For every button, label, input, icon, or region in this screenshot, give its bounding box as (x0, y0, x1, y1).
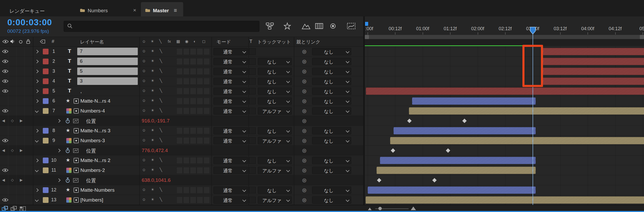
trackmatte-select[interactable]: なし (258, 97, 292, 105)
add-keyframe-icon[interactable]: ◇ (11, 148, 14, 152)
layer-switch-cell[interactable] (190, 157, 196, 164)
next-keyframe-icon[interactable]: ▶ (20, 119, 23, 123)
parent-pickwhip-icon[interactable]: ◎ (302, 177, 307, 183)
layer-switch-cell[interactable] (183, 127, 189, 134)
layer-switch-cell[interactable] (183, 48, 189, 55)
prev-keyframe-icon[interactable]: ◀ (2, 119, 5, 123)
parent-pickwhip-icon[interactable]: ◎ (302, 167, 307, 173)
eye-icon[interactable] (2, 139, 8, 144)
shy-switch-icon[interactable]: ☺ (142, 138, 146, 142)
layer-switch-cell[interactable] (183, 58, 189, 65)
layer-switch-cell[interactable] (197, 167, 203, 174)
stopwatch-icon[interactable] (65, 148, 70, 154)
eye-icon[interactable] (2, 59, 8, 64)
layer-switch-cell[interactable] (176, 157, 183, 164)
layer-switch-cell[interactable] (204, 137, 210, 144)
quality-switch-icon[interactable]: ╲ (160, 88, 162, 93)
layer-duration-bar[interactable] (380, 157, 536, 164)
parent-pickwhip-icon[interactable]: ◎ (302, 88, 307, 94)
layer-switch-cell[interactable] (190, 58, 196, 65)
timeline-row[interactable] (365, 116, 644, 126)
layer-switch-cell[interactable] (176, 197, 183, 203)
parent-pickwhip-icon[interactable]: ◎ (302, 197, 307, 203)
layer-switch-cell[interactable] (183, 157, 189, 164)
layer-name[interactable]: Numbers-4 (80, 108, 105, 114)
trackmatte-select[interactable]: なし (258, 157, 292, 164)
quality-switch-icon[interactable]: ╲ (160, 108, 162, 113)
shy-switch-icon[interactable]: ☺ (142, 187, 146, 192)
next-keyframe-icon[interactable]: ▶ (20, 178, 23, 182)
layer-switch-cell[interactable] (204, 108, 210, 114)
work-area-start-handle[interactable] (365, 35, 369, 39)
layer-switch-cell[interactable] (197, 48, 203, 55)
mode-select[interactable]: 通常 (213, 167, 248, 174)
preserve-transparency-toggle[interactable] (249, 137, 256, 144)
graph-editor-toggle-icon[interactable] (73, 148, 79, 154)
trackmatte-select[interactable]: アルファ (258, 137, 292, 144)
eye-icon[interactable] (2, 198, 8, 203)
label-color-swatch[interactable] (43, 49, 49, 54)
layer-duration-bar[interactable] (377, 167, 536, 174)
comp-marker-button[interactable] (365, 22, 368, 26)
layer-switch-cell[interactable] (176, 167, 183, 174)
zoom-slider-handle[interactable] (378, 207, 382, 210)
layer-switch-cell[interactable] (204, 48, 210, 55)
property-row[interactable] (0, 146, 365, 155)
layer-name[interactable]: Numbers-3 (80, 138, 105, 144)
layer-switch-cell[interactable] (190, 127, 196, 134)
label-color-swatch[interactable] (43, 158, 49, 163)
rasterize-switch-icon[interactable]: ☀ (151, 59, 154, 63)
rasterize-switch-icon[interactable]: ☀ (151, 108, 154, 113)
trackmatte-select[interactable]: なし (258, 88, 292, 95)
layer-duration-bar[interactable] (393, 127, 536, 134)
current-time-indicator-head[interactable] (529, 27, 536, 36)
eye-icon[interactable] (2, 109, 8, 114)
layer-switch-cell[interactable] (197, 108, 203, 114)
preserve-transparency-toggle[interactable] (249, 78, 256, 85)
layer-switch-cell[interactable] (197, 157, 203, 164)
trackmatte-select[interactable]: なし (258, 78, 292, 85)
layer-switch-cell[interactable] (176, 88, 183, 95)
rasterize-switch-icon[interactable]: ☀ (151, 158, 154, 162)
layer-switch-cell[interactable] (183, 68, 189, 75)
layer-name[interactable]: Matte-N...rs 4 (80, 98, 110, 104)
parent-select[interactable]: なし (312, 127, 351, 134)
quality-switch-icon[interactable]: ╲ (160, 167, 162, 172)
graph-editor-toggle-icon[interactable] (73, 178, 79, 184)
parent-pickwhip-icon[interactable]: ◎ (302, 147, 307, 153)
preserve-transparency-toggle[interactable] (249, 58, 256, 65)
parent-pickwhip-icon[interactable]: ◎ (302, 58, 307, 64)
label-color-swatch[interactable] (43, 68, 49, 74)
property-row[interactable] (0, 175, 365, 185)
prev-keyframe-icon[interactable]: ◀ (2, 178, 5, 182)
rasterize-switch-icon[interactable]: ☀ (151, 68, 154, 73)
layer-switch-cell[interactable] (183, 78, 189, 85)
parent-select[interactable]: なし (312, 97, 351, 105)
rasterize-switch-icon[interactable]: ☀ (151, 98, 154, 103)
quality-switch-icon[interactable]: ╲ (160, 98, 162, 103)
mode-select[interactable]: 通常 (213, 48, 248, 55)
shy-switch-icon[interactable]: ☺ (142, 49, 146, 53)
layer-switch-cell[interactable] (176, 127, 183, 134)
parent-pickwhip-icon[interactable]: ◎ (302, 128, 307, 134)
next-keyframe-icon[interactable]: ▶ (20, 148, 23, 152)
layer-switch-cell[interactable] (204, 157, 210, 164)
add-keyframe-icon[interactable]: ◇ (11, 119, 14, 123)
layer-duration-bar[interactable] (368, 186, 536, 194)
collapse-transformations-icon[interactable] (74, 98, 79, 104)
layer-switch-cell[interactable] (190, 137, 196, 144)
layer-switch-cell[interactable] (197, 78, 203, 85)
collapse-transformations-icon[interactable] (74, 188, 79, 193)
parent-select[interactable]: なし (312, 107, 351, 115)
collapse-transformations-icon[interactable] (74, 197, 79, 203)
layer-switch-cell[interactable] (204, 127, 210, 134)
label-color-swatch[interactable] (43, 128, 49, 134)
trackmatte-select[interactable]: なし (258, 127, 292, 134)
layer-switch-cell[interactable] (176, 98, 183, 104)
mode-select[interactable]: 通常 (213, 78, 248, 85)
trackmatte-select[interactable]: なし (258, 186, 292, 194)
label-color-swatch[interactable] (43, 98, 49, 104)
preserve-transparency-toggle[interactable] (249, 98, 256, 104)
parent-pickwhip-icon[interactable]: ◎ (302, 68, 307, 74)
stopwatch-icon[interactable] (65, 177, 70, 184)
